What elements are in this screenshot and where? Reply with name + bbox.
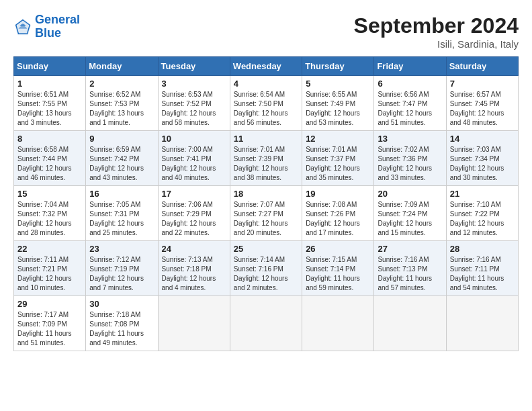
page-header: General Blue September 2024 Isili, Sardi… bbox=[13, 13, 519, 50]
daylight: Daylight: 12 hours and 2 minutes. bbox=[234, 274, 298, 293]
header-friday: Friday bbox=[374, 57, 446, 76]
day-number: 14 bbox=[450, 134, 515, 144]
table-row: 17 Sunrise: 7:06 AM Sunset: 7:29 PM Dayl… bbox=[158, 186, 230, 241]
sunrise: Sunrise: 6:59 AM bbox=[89, 145, 154, 154]
table-row: 22 Sunrise: 7:11 AM Sunset: 7:21 PM Dayl… bbox=[14, 241, 86, 296]
sunset: Sunset: 7:34 PM bbox=[450, 154, 515, 164]
daylight: Daylight: 12 hours and 48 minutes. bbox=[450, 109, 515, 128]
day-number: 27 bbox=[378, 244, 442, 254]
table-row bbox=[158, 296, 230, 351]
day-number: 15 bbox=[17, 189, 82, 199]
table-row: 14 Sunrise: 7:03 AM Sunset: 7:34 PM Dayl… bbox=[446, 131, 518, 186]
table-row: 10 Sunrise: 7:00 AM Sunset: 7:41 PM Dayl… bbox=[158, 131, 230, 186]
header-row: Sunday Monday Tuesday Wednesday Thursday… bbox=[14, 57, 519, 76]
day-number: 29 bbox=[17, 299, 82, 309]
location: Isili, Sardinia, Italy bbox=[354, 38, 519, 50]
day-number: 9 bbox=[89, 134, 154, 144]
calendar-row: 22 Sunrise: 7:11 AM Sunset: 7:21 PM Dayl… bbox=[14, 241, 519, 296]
daylight: Daylight: 12 hours and 28 minutes. bbox=[17, 219, 82, 238]
sunrise: Sunrise: 6:54 AM bbox=[234, 90, 298, 99]
sunset: Sunset: 7:44 PM bbox=[17, 154, 82, 164]
calendar-header: Sunday Monday Tuesday Wednesday Thursday… bbox=[14, 57, 519, 76]
day-info: Sunrise: 6:52 AM Sunset: 7:53 PM Dayligh… bbox=[89, 90, 154, 128]
table-row: 27 Sunrise: 7:16 AM Sunset: 7:13 PM Dayl… bbox=[374, 241, 446, 296]
table-row: 19 Sunrise: 7:08 AM Sunset: 7:26 PM Dayl… bbox=[302, 186, 374, 241]
sunset: Sunset: 7:39 PM bbox=[234, 154, 298, 164]
table-row: 25 Sunrise: 7:14 AM Sunset: 7:16 PM Dayl… bbox=[230, 241, 302, 296]
table-row: 7 Sunrise: 6:57 AM Sunset: 7:45 PM Dayli… bbox=[446, 76, 518, 131]
logo-icon bbox=[13, 17, 32, 36]
day-info: Sunrise: 7:16 AM Sunset: 7:13 PM Dayligh… bbox=[378, 255, 442, 293]
header-sunday: Sunday bbox=[14, 57, 86, 76]
day-number: 22 bbox=[17, 244, 82, 254]
day-info: Sunrise: 7:03 AM Sunset: 7:34 PM Dayligh… bbox=[450, 145, 515, 183]
sunset: Sunset: 7:24 PM bbox=[378, 210, 442, 219]
day-info: Sunrise: 7:13 AM Sunset: 7:18 PM Dayligh… bbox=[162, 255, 226, 293]
day-number: 18 bbox=[234, 189, 298, 199]
table-row: 21 Sunrise: 7:10 AM Sunset: 7:22 PM Dayl… bbox=[446, 186, 518, 241]
sunrise: Sunrise: 6:58 AM bbox=[17, 145, 82, 154]
sunrise: Sunrise: 7:15 AM bbox=[306, 255, 370, 265]
day-info: Sunrise: 7:14 AM Sunset: 7:16 PM Dayligh… bbox=[234, 255, 298, 293]
header-monday: Monday bbox=[86, 57, 158, 76]
logo-text: General Blue bbox=[35, 13, 80, 40]
table-row: 8 Sunrise: 6:58 AM Sunset: 7:44 PM Dayli… bbox=[14, 131, 86, 186]
header-wednesday: Wednesday bbox=[230, 57, 302, 76]
table-row: 6 Sunrise: 6:56 AM Sunset: 7:47 PM Dayli… bbox=[374, 76, 446, 131]
table-row: 28 Sunrise: 7:16 AM Sunset: 7:11 PM Dayl… bbox=[446, 241, 518, 296]
day-number: 25 bbox=[234, 244, 298, 254]
sunset: Sunset: 7:52 PM bbox=[162, 99, 226, 109]
logo: General Blue bbox=[13, 13, 80, 40]
sunset: Sunset: 7:22 PM bbox=[450, 210, 515, 219]
day-number: 26 bbox=[306, 244, 370, 254]
day-info: Sunrise: 7:01 AM Sunset: 7:39 PM Dayligh… bbox=[234, 145, 298, 183]
daylight: Daylight: 12 hours and 20 minutes. bbox=[234, 219, 298, 238]
daylight: Daylight: 12 hours and 51 minutes. bbox=[378, 109, 442, 128]
day-info: Sunrise: 7:02 AM Sunset: 7:36 PM Dayligh… bbox=[378, 145, 442, 183]
day-number: 4 bbox=[234, 79, 298, 89]
sunrise: Sunrise: 6:56 AM bbox=[378, 90, 442, 99]
sunrise: Sunrise: 7:02 AM bbox=[378, 145, 442, 154]
day-number: 10 bbox=[162, 134, 226, 144]
daylight: Daylight: 12 hours and 15 minutes. bbox=[378, 219, 442, 238]
table-row: 4 Sunrise: 6:54 AM Sunset: 7:50 PM Dayli… bbox=[230, 76, 302, 131]
day-number: 17 bbox=[162, 189, 226, 199]
day-number: 1 bbox=[17, 79, 82, 89]
daylight: Daylight: 12 hours and 53 minutes. bbox=[306, 109, 370, 128]
table-row: 29 Sunrise: 7:17 AM Sunset: 7:09 PM Dayl… bbox=[14, 296, 86, 351]
day-info: Sunrise: 7:09 AM Sunset: 7:24 PM Dayligh… bbox=[378, 200, 442, 238]
sunrise: Sunrise: 7:13 AM bbox=[162, 255, 226, 265]
sunrise: Sunrise: 7:11 AM bbox=[17, 255, 82, 265]
sunrise: Sunrise: 7:01 AM bbox=[234, 145, 298, 154]
day-info: Sunrise: 7:01 AM Sunset: 7:37 PM Dayligh… bbox=[306, 145, 370, 183]
table-row: 20 Sunrise: 7:09 AM Sunset: 7:24 PM Dayl… bbox=[374, 186, 446, 241]
sunset: Sunset: 7:21 PM bbox=[17, 265, 82, 274]
day-number: 21 bbox=[450, 189, 515, 199]
calendar-row: 1 Sunrise: 6:51 AM Sunset: 7:55 PM Dayli… bbox=[14, 76, 519, 131]
sunrise: Sunrise: 7:17 AM bbox=[17, 310, 82, 320]
day-number: 11 bbox=[234, 134, 298, 144]
daylight: Daylight: 12 hours and 58 minutes. bbox=[162, 109, 226, 128]
header-saturday: Saturday bbox=[446, 57, 518, 76]
day-info: Sunrise: 6:59 AM Sunset: 7:42 PM Dayligh… bbox=[89, 145, 154, 183]
calendar-table: Sunday Monday Tuesday Wednesday Thursday… bbox=[13, 56, 519, 351]
day-number: 24 bbox=[162, 244, 226, 254]
day-number: 5 bbox=[306, 79, 370, 89]
day-number: 6 bbox=[378, 79, 442, 89]
daylight: Daylight: 11 hours and 54 minutes. bbox=[450, 274, 515, 293]
daylight: Daylight: 12 hours and 12 minutes. bbox=[450, 219, 515, 238]
table-row: 26 Sunrise: 7:15 AM Sunset: 7:14 PM Dayl… bbox=[302, 241, 374, 296]
daylight: Daylight: 11 hours and 59 minutes. bbox=[306, 274, 370, 293]
table-row: 23 Sunrise: 7:12 AM Sunset: 7:19 PM Dayl… bbox=[86, 241, 158, 296]
table-row bbox=[374, 296, 446, 351]
sunset: Sunset: 7:37 PM bbox=[306, 154, 370, 164]
sunset: Sunset: 7:11 PM bbox=[450, 265, 515, 274]
sunrise: Sunrise: 7:06 AM bbox=[162, 200, 226, 210]
sunrise: Sunrise: 7:10 AM bbox=[450, 200, 515, 210]
day-info: Sunrise: 7:17 AM Sunset: 7:09 PM Dayligh… bbox=[17, 310, 82, 348]
table-row: 13 Sunrise: 7:02 AM Sunset: 7:36 PM Dayl… bbox=[374, 131, 446, 186]
sunset: Sunset: 7:13 PM bbox=[378, 265, 442, 274]
table-row: 1 Sunrise: 6:51 AM Sunset: 7:55 PM Dayli… bbox=[14, 76, 86, 131]
sunrise: Sunrise: 7:08 AM bbox=[306, 200, 370, 210]
sunset: Sunset: 7:16 PM bbox=[234, 265, 298, 274]
